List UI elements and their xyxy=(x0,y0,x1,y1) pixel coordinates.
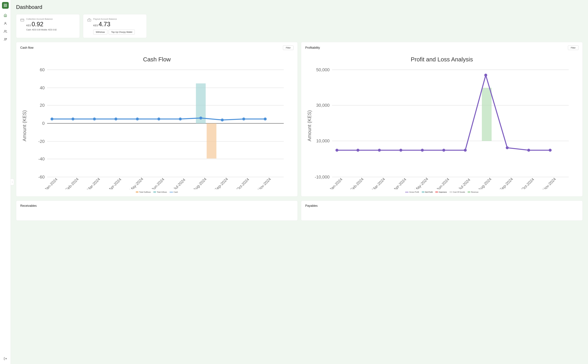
top-up-button[interactable]: Top Up Churpy Wallet xyxy=(109,30,135,34)
cashflow-legend: Total Outflows Total Inflows Cash xyxy=(20,191,293,193)
payout-card-header: Payout Account Balance KES 4.73 Withdraw… xyxy=(87,18,142,34)
sidebar: › xyxy=(0,0,11,364)
legend-cash-line xyxy=(170,192,173,192)
legend-cog-label: Cost Of Goods xyxy=(453,191,465,193)
profitability-legend: Gross Profit Net Profit Expenses Cost Of… xyxy=(305,191,578,193)
svg-text:0: 0 xyxy=(42,121,45,126)
svg-text:Jan-2024: Jan-2024 xyxy=(329,177,343,189)
svg-text:Jul-2024: Jul-2024 xyxy=(172,177,186,189)
payout-actions: Withdraw Top Up Churpy Wallet xyxy=(93,30,142,34)
gp-dot-3 xyxy=(399,149,402,152)
gp-dot-8 xyxy=(506,146,509,149)
cash-dot-5 xyxy=(157,117,160,120)
profitability-header: Profitability Filter xyxy=(305,46,578,50)
svg-text:Oct-2024: Oct-2024 xyxy=(236,177,250,189)
legend-total-outflows: Total Outflows xyxy=(136,191,151,193)
profitability-filter-button[interactable]: Filter xyxy=(568,46,578,50)
svg-point-6 xyxy=(4,38,6,39)
cash-dot-2 xyxy=(93,117,96,120)
cashflow-chart-card: Cash flow Filter Cash Flow Amount (KES) … xyxy=(16,42,298,196)
cash-dot-8 xyxy=(221,118,224,121)
legend-gp-label: Gross Profit xyxy=(409,191,419,193)
main-content: Dashboard Collection Account Balance KES… xyxy=(11,0,588,364)
profitability-chart-card: Profitability Filter Profit and Loss Ana… xyxy=(301,42,583,196)
svg-text:Aug-2024: Aug-2024 xyxy=(477,177,492,189)
svg-text:Jul-2024: Jul-2024 xyxy=(457,177,471,189)
legend-exp-box xyxy=(435,191,438,193)
legend-revenue: Revenue xyxy=(468,191,478,193)
cashflow-header: Cash flow Filter xyxy=(20,46,293,50)
app-logo[interactable] xyxy=(2,2,9,9)
gp-dot-6 xyxy=(464,149,467,152)
legend-exp-label: Expenses xyxy=(439,191,447,193)
cash-dot-7 xyxy=(199,117,202,119)
collection-value: 0.92 xyxy=(32,21,43,27)
svg-text:Amount (KES): Amount (KES) xyxy=(22,110,27,141)
svg-text:May-2024: May-2024 xyxy=(129,177,144,189)
collection-label: Collection Account Balance xyxy=(26,18,75,20)
svg-text:Aug-2024: Aug-2024 xyxy=(192,177,207,189)
payout-label: Payout Account Balance xyxy=(93,18,142,20)
legend-net-profit: Net Profit xyxy=(422,191,433,193)
svg-text:Jan-2024: Jan-2024 xyxy=(44,177,58,189)
cash-dot-3 xyxy=(114,117,117,120)
svg-text:May-2024: May-2024 xyxy=(414,177,429,189)
cashflow-filter-button[interactable]: Filter xyxy=(283,46,293,50)
payables-title: Payables xyxy=(305,204,578,208)
profitability-chart-svg-container: Profit and Loss Analysis Amount (KES) 50… xyxy=(305,53,578,190)
svg-text:Apr-2024: Apr-2024 xyxy=(393,177,407,189)
svg-text:Mar-2024: Mar-2024 xyxy=(371,177,386,189)
gp-dot-2 xyxy=(378,149,381,152)
legend-inflows-box xyxy=(153,191,156,193)
legend-expenses: Expenses xyxy=(435,191,447,193)
svg-text:-10,000: -10,000 xyxy=(315,175,330,180)
payout-value: 4.73 xyxy=(99,21,110,27)
payout-currency: KES xyxy=(93,24,98,27)
svg-text:-20: -20 xyxy=(38,139,45,144)
svg-rect-3 xyxy=(6,6,7,7)
cash-dot-0 xyxy=(51,117,53,120)
svg-text:Nov-2024: Nov-2024 xyxy=(257,177,272,189)
svg-text:Feb-2024: Feb-2024 xyxy=(350,177,364,189)
sidebar-item-team[interactable] xyxy=(2,36,9,43)
cashflow-svg: Cash Flow Amount (KES) 60 40 20 0 xyxy=(20,53,293,189)
profitability-svg: Profit and Loss Analysis Amount (KES) 50… xyxy=(305,53,578,189)
collection-currency: KES xyxy=(26,24,31,27)
svg-text:Feb-2024: Feb-2024 xyxy=(65,177,79,189)
svg-text:20: 20 xyxy=(40,103,45,108)
legend-cash-label: Cash xyxy=(174,191,178,193)
legend-outflows-label: Total Outflows xyxy=(139,191,151,193)
receivables-title: Receivables xyxy=(20,204,293,208)
legend-rev-box xyxy=(468,191,470,193)
cash-dot-9 xyxy=(242,117,245,120)
gp-dot-4 xyxy=(421,149,424,152)
svg-text:Profit and Loss Analysis: Profit and Loss Analysis xyxy=(411,56,473,63)
collection-card-header: Collection Account Balance KES 0.92 Cash… xyxy=(20,18,75,31)
sidebar-expand-button[interactable]: › xyxy=(11,179,14,185)
payables-card: Payables xyxy=(301,201,583,221)
sidebar-item-home[interactable] xyxy=(2,12,9,19)
outflows-bar xyxy=(207,124,216,159)
legend-cog-box xyxy=(449,191,452,193)
withdraw-button[interactable]: Withdraw xyxy=(93,30,107,34)
legend-rev-label: Revenue xyxy=(471,191,478,193)
svg-text:Mar-2024: Mar-2024 xyxy=(86,177,101,189)
legend-cash: Cash xyxy=(170,191,178,193)
svg-text:Sep-2024: Sep-2024 xyxy=(499,177,514,189)
svg-point-4 xyxy=(5,22,6,23)
payout-amount: KES 4.73 xyxy=(93,21,142,27)
svg-text:30,000: 30,000 xyxy=(316,103,330,108)
collection-amount: KES 0.92 xyxy=(26,21,75,27)
sidebar-item-profile[interactable] xyxy=(2,20,9,27)
sidebar-item-logout[interactable] xyxy=(2,355,9,362)
collection-account-card: Collection Account Balance KES 0.92 Cash… xyxy=(16,14,80,38)
cash-dot-4 xyxy=(136,117,139,120)
cashflow-title: Cash flow xyxy=(20,46,33,50)
revenue-bar xyxy=(482,88,492,141)
legend-inflows-label: Total Inflows xyxy=(157,191,167,193)
collection-icon xyxy=(20,18,24,23)
sidebar-item-users[interactable] xyxy=(2,28,9,35)
payout-content: Payout Account Balance KES 4.73 Withdraw… xyxy=(93,18,142,34)
payout-account-card: Payout Account Balance KES 4.73 Withdraw… xyxy=(83,14,147,38)
svg-text:Jun-2024: Jun-2024 xyxy=(151,177,165,189)
